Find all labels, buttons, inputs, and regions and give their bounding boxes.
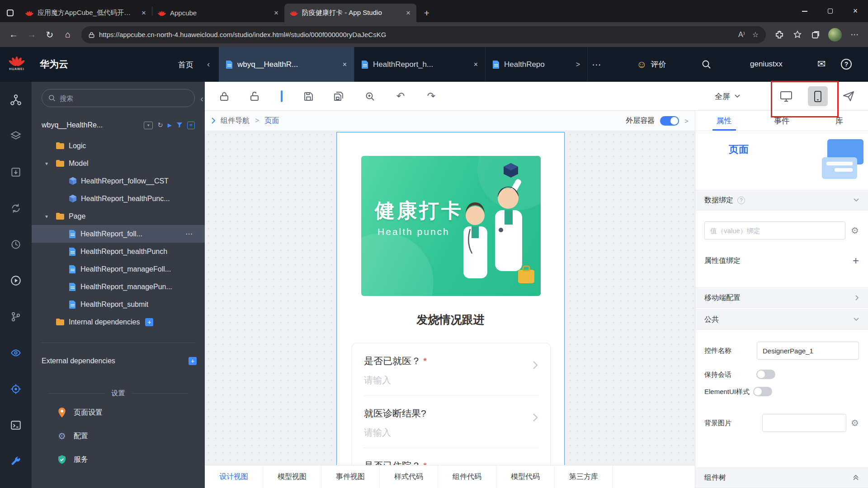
fullscreen-dropdown[interactable]: 全屏 xyxy=(715,82,740,111)
property-binding-row[interactable]: 属性值绑定 + xyxy=(695,250,868,271)
window-close-button[interactable]: × xyxy=(843,0,868,22)
browser-settings-icon[interactable]: ⋯ xyxy=(846,27,863,43)
insert-cursor-icon[interactable] xyxy=(274,88,290,104)
help-button[interactable]: ? xyxy=(841,59,852,70)
breadcrumb-current[interactable]: 页面 xyxy=(264,116,279,126)
more-tabs-button[interactable]: ⋯ xyxy=(588,47,606,82)
read-aloud-icon[interactable]: A⁾ xyxy=(738,30,745,39)
design-canvas[interactable]: 健康打卡 Health punch xyxy=(205,131,695,465)
panel-expander-icon[interactable] xyxy=(211,117,215,124)
refresh-button[interactable]: ↻ xyxy=(42,27,58,43)
form-field-visited-doctor[interactable]: 是否已就医？* 请输入 xyxy=(364,343,538,396)
tree-item-page-managepunch[interactable]: HealthReport_managePun... xyxy=(32,278,205,296)
tab-actions-button[interactable] xyxy=(0,4,20,22)
rating-button[interactable]: ☺ 评价 xyxy=(637,47,666,82)
undo-icon[interactable]: ↶ xyxy=(392,88,409,104)
tab-events[interactable]: 事件 xyxy=(753,111,810,131)
code-scan-icon[interactable] xyxy=(0,335,32,371)
minimize-button[interactable] xyxy=(792,0,817,22)
mobile-page-frame[interactable]: 健康打卡 Health punch xyxy=(336,132,565,465)
publish-icon[interactable] xyxy=(840,88,857,104)
tree-item-internal-dependencies[interactable]: Internal dependencies + xyxy=(32,313,205,331)
view-tab-component-code[interactable]: 组件代码 xyxy=(438,465,496,488)
view-tab-design[interactable]: 设计视图 xyxy=(205,465,263,488)
mobile-view-button-selected[interactable] xyxy=(808,86,828,106)
app-structure-icon[interactable] xyxy=(0,82,32,118)
expand-arrow[interactable]: ▾ xyxy=(45,213,56,220)
section-component-tree[interactable]: 组件树 xyxy=(695,467,868,488)
filter-icon[interactable] xyxy=(176,122,183,128)
view-tab-style-code[interactable]: 样式代码 xyxy=(380,465,438,488)
search-input[interactable] xyxy=(60,94,173,102)
tree-item-page-follow-selected[interactable]: HealthReport_foll... ⋯ xyxy=(32,225,205,243)
url-text[interactable]: https://appcube.cn-north-4.huaweicloud.c… xyxy=(99,31,731,38)
gear-icon[interactable]: ⚙ xyxy=(851,225,859,236)
tab-close-icon[interactable]: × xyxy=(404,9,413,18)
bg-image-input[interactable] xyxy=(762,414,846,432)
add-resource-icon[interactable]: + xyxy=(187,122,195,129)
external-dependencies-row[interactable]: External dependencies + xyxy=(32,352,205,370)
value-binding-input[interactable] xyxy=(704,221,845,239)
browser-tab-appcube[interactable]: Appcube × xyxy=(152,4,284,22)
section-common[interactable]: 公共 xyxy=(695,309,868,330)
wrench-icon[interactable] xyxy=(0,443,32,479)
tab-scroll-left-icon[interactable]: ‹ xyxy=(207,59,210,69)
view-tab-model-code[interactable]: 模型代码 xyxy=(496,465,555,488)
form-field-hospitalized[interactable]: 是否已住院？* xyxy=(364,448,538,465)
collections-icon[interactable] xyxy=(807,27,824,43)
tree-item-page-managefollow[interactable]: HealthReport_manageFoll... xyxy=(32,260,205,278)
new-tab-button[interactable]: + xyxy=(419,5,434,21)
home-button[interactable]: ⌂ xyxy=(60,27,76,43)
form-card[interactable]: 是否已就医？* 请输入 就医诊断结果? 请输入 是否已住院？* xyxy=(352,343,551,465)
sync-icon[interactable] xyxy=(0,190,32,226)
section-data-binding[interactable]: 数据绑定 ? xyxy=(695,190,868,211)
tree-item-model-cst[interactable]: HealthReport_follow__CST xyxy=(32,172,205,190)
global-search-icon[interactable] xyxy=(702,60,711,69)
control-name-input[interactable] xyxy=(757,342,859,360)
view-tab-third-party[interactable]: 第三方库 xyxy=(555,465,613,488)
form-field-diagnosis[interactable]: 就医诊断结果? 请输入 xyxy=(364,396,538,448)
outer-container-toggle[interactable] xyxy=(660,116,679,126)
tab-library[interactable]: 库 xyxy=(811,111,868,131)
tree-item-page-healthpunch[interactable]: HealthReport_healthPunch xyxy=(32,243,205,260)
tab-properties[interactable]: 属性 xyxy=(695,111,753,131)
git-branch-icon[interactable] xyxy=(0,299,32,335)
section-mobile-config[interactable]: 移动端配置 xyxy=(695,287,868,308)
file-tab[interactable]: HealthRepo > xyxy=(486,47,588,82)
tree-item-page-submit[interactable]: HealthReport_submit xyxy=(32,296,205,313)
help-tooltip-icon[interactable]: ? xyxy=(737,197,745,204)
lock-icon[interactable] xyxy=(216,88,232,104)
tab-overflow-chevron-icon[interactable]: > xyxy=(576,61,580,69)
add-dependency-icon[interactable]: + xyxy=(145,318,153,326)
favorites-hub-icon[interactable] xyxy=(789,27,806,43)
username[interactable]: geniustxx xyxy=(750,60,783,69)
tree-item-logic[interactable]: Logic xyxy=(32,137,205,155)
menu-services[interactable]: 服务 xyxy=(32,448,205,471)
browser-tab-app-studio[interactable]: 防疫健康打卡 - App Studio × xyxy=(284,4,416,22)
target-config-icon[interactable] xyxy=(0,371,32,407)
debug-run-icon[interactable] xyxy=(0,263,32,299)
install-package-icon[interactable] xyxy=(0,154,32,190)
extensions-icon[interactable] xyxy=(771,27,788,43)
view-tab-events[interactable]: 事件视图 xyxy=(321,465,380,488)
gear-icon[interactable]: ⚙ xyxy=(851,418,859,428)
breadcrumb-nav-label[interactable]: 组件导航 xyxy=(221,116,250,126)
address-bar-input[interactable]: https://appcube.cn-north-4.huaweicloud.c… xyxy=(81,26,766,43)
tab-close-icon[interactable]: × xyxy=(272,9,281,18)
tab-close-icon[interactable]: × xyxy=(343,61,347,69)
refresh-project-icon[interactable]: ↻ xyxy=(157,121,163,129)
terminal-icon[interactable] xyxy=(0,407,32,443)
menu-configuration[interactable]: ⚙ 配置 xyxy=(32,424,205,448)
page-heading[interactable]: 发烧情况跟进 xyxy=(337,312,564,327)
add-binding-icon[interactable]: + xyxy=(853,254,859,267)
desktop-view-button[interactable] xyxy=(778,88,794,104)
tree-item-model[interactable]: ▾ Model xyxy=(32,155,205,172)
layers-icon[interactable] xyxy=(0,118,32,154)
project-row[interactable]: wbyq__HealthRe... ▾ ↻ ▶ + xyxy=(42,117,195,133)
home-link[interactable]: 首页 xyxy=(178,60,193,70)
explorer-search[interactable] xyxy=(42,89,195,107)
file-tab-active[interactable]: wbyq__HealthR... × xyxy=(219,47,354,82)
add-external-dependency-icon[interactable]: + xyxy=(189,357,197,365)
browser-profile-avatar[interactable] xyxy=(828,28,842,42)
keep-session-toggle[interactable] xyxy=(756,370,775,379)
